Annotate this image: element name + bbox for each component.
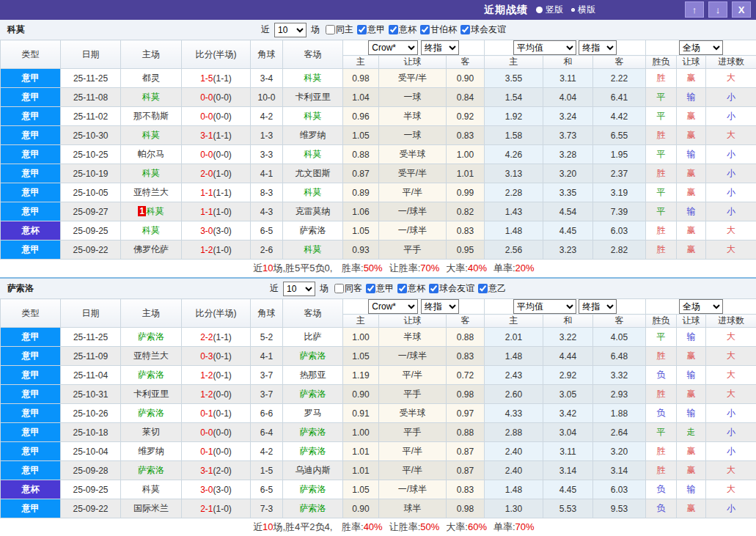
recent-count-select[interactable]: 10 — [274, 23, 307, 37]
filter-checkbox-label: 甘伯杯 — [430, 23, 457, 36]
average-select[interactable]: 平均值 — [513, 299, 576, 314]
avg-home-odds-cell: 2.01 — [485, 328, 543, 347]
avg-home-odds-cell: 2.43 — [485, 366, 543, 385]
filter-checkbox-option[interactable]: 球会友谊 — [425, 282, 474, 295]
goals-result-cell: 小 — [706, 404, 756, 423]
away-team-cell: 萨索洛 — [283, 480, 343, 499]
handicap-away-odds-cell: 0.87 — [447, 461, 485, 480]
average-time-select[interactable]: 终指 — [579, 40, 617, 55]
filter-checkbox-option[interactable]: 球会友谊 — [457, 23, 506, 36]
away-team-cell: 萨索洛 — [283, 385, 343, 404]
filter-checkbox[interactable] — [326, 25, 335, 34]
home-team-cell: 科莫 — [121, 480, 182, 499]
filter-checkbox-option[interactable]: 意杯 — [394, 282, 425, 295]
match-row: 意甲25-10-30科莫3-1(1-1)1-3维罗纳1.05一球0.831.58… — [1, 126, 756, 145]
move-up-button[interactable]: ↑ — [685, 1, 704, 18]
home-team-cell: 佛罗伦萨 — [121, 241, 182, 260]
goals-result-cell: 小 — [706, 164, 756, 183]
team-name: 萨索洛 — [7, 282, 34, 295]
filter-checkbox-option[interactable]: 意乙 — [474, 282, 506, 295]
filter-checkbox[interactable] — [334, 284, 344, 293]
bookmaker-time-select[interactable]: 终指 — [421, 299, 459, 314]
score-cell: 1-2(0-1) — [182, 366, 251, 385]
handicap-away-odds-cell: 0.88 — [447, 328, 485, 347]
summary-text: 大率: — [446, 521, 468, 532]
result-cell: 平 — [646, 107, 677, 126]
filter-checkbox[interactable] — [460, 25, 470, 34]
handicap-line-cell: 平手 — [379, 241, 447, 260]
date-cell: 25-09-25 — [61, 221, 121, 241]
date-cell: 25-09-25 — [61, 480, 121, 499]
home-team-cell: 国际米兰 — [121, 499, 182, 518]
filter-checkbox[interactable] — [420, 25, 430, 34]
handicap-home-odds-cell: 0.91 — [343, 404, 379, 423]
away-team-cell: 罗马 — [283, 404, 343, 423]
col-date: 日期 — [61, 40, 121, 69]
close-icon: X — [738, 4, 745, 15]
score-cell: 1-2(0-0) — [182, 385, 251, 404]
match-row: 意甲25-10-26萨索洛0-1(0-1)6-6罗马0.91受半球0.974.3… — [1, 404, 756, 423]
recent-count-select[interactable]: 10 — [283, 282, 315, 296]
handicap-away-odds-cell: 0.83 — [447, 126, 485, 145]
score-cell: 3-1(1-1) — [182, 126, 251, 145]
corners-cell: 1-3 — [251, 126, 283, 145]
handicap-home-odds-cell: 1.05 — [343, 480, 379, 499]
avg-away-odds-cell: 9.53 — [593, 499, 646, 518]
handicap-line-cell: 一/球半 — [379, 221, 447, 241]
summary-stat: 胜率:40% — [342, 521, 383, 532]
close-button[interactable]: X — [732, 1, 751, 18]
away-team-cell: 克雷莫纳 — [283, 202, 343, 221]
match-row: 意甲25-11-25萨索洛2-2(1-1)5-2比萨1.00半球0.882.01… — [1, 328, 756, 347]
average-time-select[interactable]: 终指 — [579, 299, 617, 314]
goals-result-cell: 小 — [706, 202, 756, 221]
filter-checkbox-option[interactable]: 意甲 — [353, 23, 385, 36]
result-cell: 平 — [646, 202, 677, 221]
league-type-cell: 意甲 — [1, 202, 61, 221]
bookmaker-select[interactable]: Crow* — [368, 299, 418, 314]
scope-select[interactable]: 全场 — [679, 299, 723, 314]
avg-draw-odds-cell: 3.22 — [543, 328, 593, 347]
handicap-line-cell: 一球 — [379, 126, 447, 145]
home-team-cell: 都灵 — [121, 69, 182, 88]
summary-text: 40% — [468, 263, 487, 273]
filter-checkbox-option[interactable]: 意甲 — [362, 282, 394, 295]
away-team-cell: 萨索洛 — [283, 347, 343, 366]
away-team-cell: 科莫 — [283, 145, 343, 164]
avg-draw-odds-cell: 4.54 — [543, 202, 593, 221]
filter-checkbox[interactable] — [478, 284, 488, 293]
filter-checkbox-option[interactable]: 意杯 — [385, 23, 416, 36]
avg-home-odds-cell: 1.30 — [485, 499, 543, 518]
radio-horizontal-layout[interactable]: 横版 — [571, 4, 595, 16]
average-select[interactable]: 平均值 — [513, 40, 576, 55]
filter-checkbox-option[interactable]: 同客 — [331, 282, 362, 295]
filter-checkbox[interactable] — [389, 25, 398, 34]
move-down-button[interactable]: ↓ — [708, 1, 727, 18]
scope-select[interactable]: 全场 — [679, 40, 723, 55]
col-corners: 角球 — [251, 40, 283, 69]
filter-checkbox[interactable] — [429, 284, 438, 293]
result-cell: 负 — [646, 480, 677, 499]
away-team-cell: 热那亚 — [283, 366, 343, 385]
filter-checkbox[interactable] — [397, 284, 407, 293]
result-cell: 负 — [646, 366, 677, 385]
goals-result-cell: 大 — [706, 347, 756, 366]
radio-vertical-layout[interactable]: 竖版 — [536, 4, 563, 16]
away-team-cell: 科莫 — [283, 107, 343, 126]
handicap-home-odds-cell: 0.96 — [343, 107, 379, 126]
summary-text: 让胜率: — [389, 263, 421, 273]
handicap-result-cell: 输 — [677, 404, 706, 423]
col-avg-away: 客 — [593, 56, 646, 69]
bookmaker-time-select[interactable]: 终指 — [421, 40, 459, 55]
filter-checkbox-option[interactable]: 同主 — [322, 23, 353, 36]
avg-away-odds-cell: 2.64 — [593, 423, 646, 442]
filter-checkbox-option[interactable]: 甘伯杯 — [416, 23, 457, 36]
handicap-line-cell: 一/球半 — [379, 202, 447, 221]
bookmaker-select[interactable]: Crow* — [368, 40, 418, 55]
summary-text: 40% — [364, 521, 383, 532]
avg-away-odds-cell: 6.48 — [593, 347, 646, 366]
handicap-home-odds-cell: 0.88 — [343, 145, 379, 164]
filter-checkbox-label: 球会友谊 — [471, 23, 506, 36]
filter-checkbox[interactable] — [366, 284, 375, 293]
goals-result-cell: 小 — [706, 88, 756, 107]
filter-checkbox[interactable] — [357, 25, 367, 34]
